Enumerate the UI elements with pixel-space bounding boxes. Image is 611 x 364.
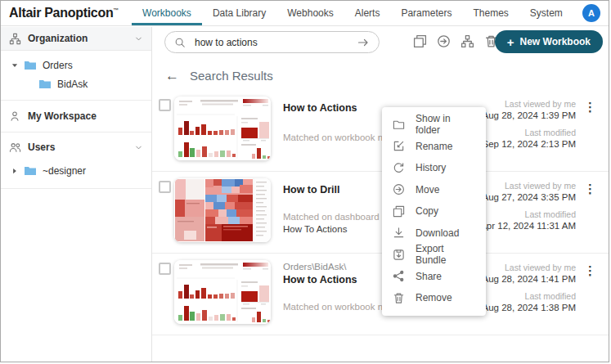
result-checkbox[interactable] <box>159 181 171 193</box>
menu-item-rename[interactable]: Rename <box>382 136 486 158</box>
kebab-menu-icon[interactable]: ⋮ <box>584 101 596 113</box>
share-icon <box>393 270 405 282</box>
user-avatar[interactable]: A <box>582 4 600 22</box>
app-window: Altair Panopticon™ Workbooks Data Librar… <box>0 0 609 362</box>
top-nav-bar: Altair Panopticon™ Workbooks Data Librar… <box>1 1 609 26</box>
menu-item-move[interactable]: Move <box>382 179 486 201</box>
menu-item-label: Download <box>416 227 459 239</box>
sidebar-item-my-workspace[interactable]: My Workspace <box>1 106 151 127</box>
menu-item-remove[interactable]: Remove <box>382 287 486 309</box>
hierarchy-icon[interactable] <box>460 34 474 48</box>
menu-item-label: Remove <box>416 292 452 303</box>
menu-item-label: Copy <box>416 205 438 217</box>
row-metadata: Last viewed by me Aug 27, 2024 3:35 PM L… <box>480 181 576 231</box>
nav-tabs: Workbooks Data Library Webhooks Alerts P… <box>132 1 573 25</box>
copy-icon <box>393 205 405 218</box>
last-modified-value: Sep 12, 2024 2:13 PM <box>483 139 576 149</box>
tab-data-library[interactable]: Data Library <box>202 1 276 25</box>
copy-icon[interactable] <box>413 34 427 48</box>
my-workspace-section: My Workspace <box>1 101 151 133</box>
folder-icon <box>24 60 37 70</box>
last-modified-label: Last modified <box>480 209 576 219</box>
menu-item-download[interactable]: Download <box>382 222 486 245</box>
sidebar-item-orders[interactable]: Orders <box>1 56 151 74</box>
last-viewed-label: Last viewed by me <box>483 263 576 272</box>
result-row: Orders\BidAsk\ How to Actions Matched on… <box>152 254 609 335</box>
folder-icon <box>393 119 405 131</box>
search-bar <box>164 31 380 53</box>
kebab-menu-icon[interactable]: ⋮ <box>584 264 596 276</box>
menu-item-label: Export Bundle <box>416 243 475 266</box>
folder-sidebar: Organization Orders BidAsk My Workspace <box>1 27 152 362</box>
plus-icon: + <box>507 36 514 48</box>
sidebar-item-designer[interactable]: ~designer <box>1 161 151 180</box>
last-modified-label: Last modified <box>483 128 576 137</box>
remove-icon <box>393 292 405 304</box>
caret-down-icon[interactable] <box>11 61 19 70</box>
workbook-thumbnail[interactable] <box>174 260 271 324</box>
workbook-thumbnail[interactable] <box>174 178 271 242</box>
download-icon <box>393 227 405 239</box>
workbook-toolbar: + New Workbook <box>152 27 609 60</box>
my-workspace-label: My Workspace <box>28 110 97 122</box>
back-arrow-icon[interactable]: ← <box>165 69 179 83</box>
chevron-down-icon[interactable] <box>134 34 143 43</box>
menu-item-label: History <box>416 162 446 173</box>
menu-item-copy[interactable]: Copy <box>382 200 486 222</box>
tab-system[interactable]: System <box>519 1 573 25</box>
menu-item-label: Rename <box>416 141 452 152</box>
sidebar-item-users[interactable]: Users <box>1 137 151 158</box>
move-icon <box>393 183 405 195</box>
result-checkbox[interactable] <box>159 99 171 111</box>
row-metadata: Last viewed by me Aug 28, 2024 1:39 PM L… <box>483 99 576 149</box>
new-workbook-label: New Workbook <box>520 36 591 47</box>
menu-item-history[interactable]: History <box>382 157 486 179</box>
hierarchy-icon <box>9 33 21 45</box>
tab-workbooks[interactable]: Workbooks <box>132 1 202 25</box>
sidebar-item-bidask[interactable]: BidAsk <box>1 74 151 93</box>
main-content: + New Workbook ← Search Results How to A… <box>152 27 609 362</box>
tab-webhooks[interactable]: Webhooks <box>276 1 344 25</box>
tab-parameters[interactable]: Parameters <box>390 1 462 25</box>
folder-icon <box>38 79 52 89</box>
tab-alerts[interactable]: Alerts <box>344 1 391 25</box>
kebab-menu-icon[interactable]: ⋮ <box>584 182 596 195</box>
tab-themes[interactable]: Themes <box>462 1 519 25</box>
sidebar-item-organization[interactable]: Organization <box>1 27 151 51</box>
menu-item-share[interactable]: Share <box>382 266 486 288</box>
users-section: Users ~designer <box>1 133 151 189</box>
folder-icon <box>24 165 37 176</box>
history-icon <box>393 162 405 174</box>
trademark-symbol: ™ <box>113 7 119 13</box>
users-label: Users <box>28 142 134 153</box>
search-input[interactable] <box>193 36 357 49</box>
rename-icon <box>393 140 405 152</box>
last-viewed-label: Last viewed by me <box>483 99 576 109</box>
submit-arrow-icon[interactable] <box>357 36 370 49</box>
app-logo: Altair Panopticon™ <box>9 6 119 20</box>
menu-item-export-bundle[interactable]: Export Bundle <box>382 244 486 266</box>
page-title: Search Results <box>190 69 273 83</box>
last-modified-label: Last modified <box>483 291 576 301</box>
caret-right-icon[interactable] <box>11 167 19 175</box>
result-checkbox[interactable] <box>159 263 171 275</box>
bidask-folder-label: BidAsk <box>57 79 88 90</box>
workbook-context-menu: Show in folder Rename History Move Copy … <box>382 107 486 316</box>
chevron-down-icon[interactable] <box>134 143 143 152</box>
last-viewed-value: Aug 28, 2024 1:41 PM <box>483 274 576 284</box>
organization-tree: Orders BidAsk <box>1 51 151 101</box>
person-icon <box>9 110 20 122</box>
menu-item-show-in-folder[interactable]: Show in folder <box>382 114 486 136</box>
row-metadata: Last viewed by me Aug 28, 2024 1:41 PM L… <box>483 263 576 312</box>
last-modified-value: Aug 28, 2024 1:38 PM <box>483 303 576 312</box>
workbook-thumbnail[interactable] <box>174 97 271 160</box>
designer-folder-label: ~designer <box>43 165 86 177</box>
menu-item-label: Move <box>416 184 439 195</box>
move-icon[interactable] <box>437 34 451 48</box>
export-bundle-icon <box>393 249 405 261</box>
toolbar-actions <box>413 34 498 48</box>
new-workbook-button[interactable]: + New Workbook <box>495 30 603 53</box>
organization-label: Organization <box>28 33 134 44</box>
people-icon <box>9 142 21 154</box>
menu-item-label: Share <box>416 271 442 282</box>
